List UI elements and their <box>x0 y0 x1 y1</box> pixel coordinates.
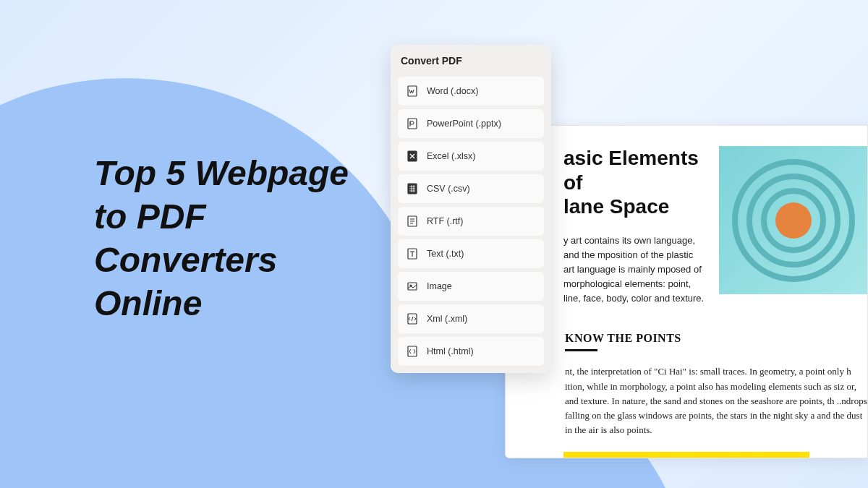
hero-title: Top 5 Webpage to PDF Converters Online <box>94 152 383 325</box>
document-preview-card: asic Elements of lane Space y art contai… <box>505 125 868 458</box>
section-rule <box>565 349 597 351</box>
rtf-icon <box>407 215 418 227</box>
xml-icon <box>407 313 418 325</box>
svg-rect-0 <box>408 86 417 96</box>
powerpoint-icon <box>407 118 418 129</box>
option-label: Excel (.xlsx) <box>427 151 475 161</box>
option-label: Xml (.xml) <box>427 314 467 324</box>
section-heading: KNOW THE POINTS <box>565 332 867 345</box>
option-html[interactable]: Html (.html) <box>398 337 544 366</box>
option-label: PowerPoint (.pptx) <box>427 119 501 129</box>
word-icon <box>407 85 418 97</box>
option-excel[interactable]: Excel (.xlsx) <box>398 142 544 171</box>
document-image <box>719 146 867 294</box>
svg-rect-1 <box>408 119 417 129</box>
option-csv[interactable]: CSV (.csv) <box>398 174 544 203</box>
option-label: Text (.txt) <box>427 249 464 259</box>
section-body: nt, the interpretation of "Ci Hai" is: s… <box>565 364 867 437</box>
document-accent-bar <box>563 452 809 458</box>
option-rtf[interactable]: RTF (.rtf) <box>398 207 544 236</box>
html-icon <box>407 346 418 357</box>
option-xml[interactable]: Xml (.xml) <box>398 304 544 333</box>
option-word[interactable]: Word (.docx) <box>398 77 544 106</box>
document-title: asic Elements of lane Space <box>563 146 705 219</box>
option-label: Html (.html) <box>427 346 474 356</box>
panel-title: Convert PDF <box>398 55 544 67</box>
option-label: RTF (.rtf) <box>427 216 463 226</box>
csv-icon <box>407 183 418 194</box>
option-powerpoint[interactable]: PowerPoint (.pptx) <box>398 109 544 138</box>
option-image[interactable]: Image <box>398 272 544 301</box>
option-label: Word (.docx) <box>427 86 478 96</box>
convert-options-list: Word (.docx) PowerPoint (.pptx) Excel (.… <box>398 77 544 366</box>
option-label: Image <box>427 281 452 291</box>
document-paragraph: y art contains its own language, and the… <box>563 234 705 307</box>
excel-icon <box>407 150 418 162</box>
option-label: CSV (.csv) <box>427 184 470 194</box>
text-icon <box>407 248 418 260</box>
convert-pdf-panel: Convert PDF Word (.docx) PowerPoint (.pp… <box>391 45 551 373</box>
option-text[interactable]: Text (.txt) <box>398 239 544 268</box>
image-icon <box>407 281 418 292</box>
